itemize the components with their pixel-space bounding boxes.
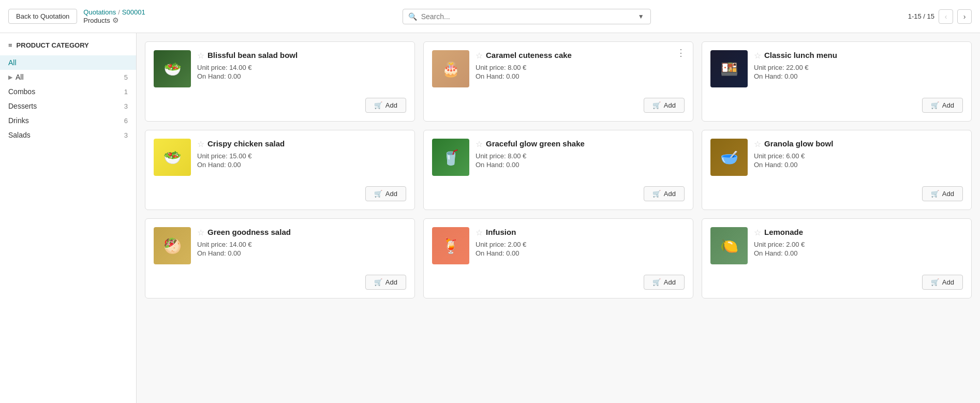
product-card-footer: 🛒 Add (154, 186, 406, 201)
product-image: 🥤 (432, 139, 469, 176)
breadcrumb-order[interactable]: S00001 (122, 8, 145, 16)
product-image: 🥗 (154, 50, 191, 87)
product-name-row: ☆ Infusion (476, 227, 685, 237)
back-to-quotation-button[interactable]: Back to Quotation (8, 9, 77, 24)
sidebar-item-all-active[interactable]: All (0, 55, 136, 70)
sidebar-item-salads[interactable]: Salads 3 (0, 128, 136, 142)
product-info: ☆ Crispy chicken salad Unit price: 15.00… (197, 139, 406, 169)
product-card-8: 🍹 ☆ Infusion Unit price: 2.00 € On Hand:… (423, 218, 693, 298)
favorite-star-icon[interactable]: ☆ (754, 228, 761, 237)
product-stock: On Hand: 0.00 (197, 249, 406, 257)
search-icon: 🔍 (408, 12, 417, 21)
add-to-cart-button[interactable]: 🛒 Add (644, 186, 685, 201)
product-card-top: 🎂 ☆ Caramel cuteness cake Unit price: 8.… (432, 50, 685, 87)
product-name-row: ☆ Granola glow bowl (754, 139, 963, 149)
add-label: Add (942, 278, 954, 286)
product-card-6: 🥣 ☆ Granola glow bowl Unit price: 6.00 €… (702, 130, 972, 210)
add-to-cart-button[interactable]: 🛒 Add (365, 98, 406, 113)
add-to-cart-button[interactable]: 🛒 Add (644, 98, 685, 113)
cart-icon: 🛒 (374, 278, 382, 286)
product-card-7: 🥙 ☆ Green goodness salad Unit price: 14.… (145, 218, 415, 298)
add-label: Add (664, 190, 676, 198)
product-card-top: 🍹 ☆ Infusion Unit price: 2.00 € On Hand:… (432, 227, 685, 264)
sidebar-item-combos[interactable]: Combos 1 (0, 84, 136, 99)
product-name: Infusion (486, 227, 516, 237)
product-card-5: 🥤 ☆ Graceful glow green shake Unit price… (423, 130, 693, 210)
product-info: ☆ Lemonade Unit price: 2.00 € On Hand: 0… (754, 227, 963, 257)
sidebar-item-drinks[interactable]: Drinks 6 (0, 113, 136, 128)
product-stock: On Hand: 0.00 (754, 249, 963, 257)
favorite-star-icon[interactable]: ☆ (754, 51, 761, 61)
cart-icon: 🛒 (374, 101, 382, 109)
product-stock: On Hand: 0.00 (754, 161, 963, 169)
product-stock: On Hand: 0.00 (754, 72, 963, 80)
grid-icon: ≡ (8, 41, 12, 49)
breadcrumb: Quotations / S00001 Products ⚙ (83, 8, 145, 24)
product-info: ☆ Granola glow bowl Unit price: 6.00 € O… (754, 139, 963, 169)
product-card-footer: 🛒 Add (432, 186, 685, 201)
search-dropdown-button[interactable]: ▼ (637, 13, 645, 20)
product-card-top: 🥗 ☆ Blissful bean salad bowl Unit price:… (154, 50, 406, 87)
add-to-cart-button[interactable]: 🛒 Add (365, 186, 406, 201)
product-card-top: 🥙 ☆ Green goodness salad Unit price: 14.… (154, 227, 406, 264)
product-card-3: 🍱 ☆ Classic lunch menu Unit price: 22.00… (702, 41, 972, 122)
product-card-1: 🥗 ☆ Blissful bean salad bowl Unit price:… (145, 41, 415, 122)
pagination-prev-button[interactable]: ‹ (939, 9, 953, 24)
sidebar-item-all-sub[interactable]: ▶ All 5 (0, 70, 136, 84)
product-info: ☆ Infusion Unit price: 2.00 € On Hand: 0… (476, 227, 685, 257)
product-info: ☆ Caramel cuteness cake Unit price: 8.00… (476, 50, 685, 80)
chevron-right-icon: ▶ (8, 74, 12, 81)
add-label: Add (664, 101, 676, 109)
cart-icon: 🛒 (931, 190, 939, 198)
product-name-row: ☆ Lemonade (754, 227, 963, 237)
product-card-footer: 🛒 Add (710, 275, 963, 290)
favorite-star-icon[interactable]: ☆ (197, 139, 204, 149)
sidebar-item-desserts-count: 3 (124, 102, 128, 110)
add-to-cart-button[interactable]: 🛒 Add (922, 98, 963, 113)
cart-icon: 🛒 (931, 278, 939, 286)
add-to-cart-button[interactable]: 🛒 Add (644, 275, 685, 290)
add-to-cart-button[interactable]: 🛒 Add (365, 275, 406, 290)
favorite-star-icon[interactable]: ☆ (476, 51, 483, 61)
product-info: ☆ Graceful glow green shake Unit price: … (476, 139, 685, 169)
add-to-cart-button[interactable]: 🛒 Add (922, 186, 963, 201)
three-dot-menu-button[interactable]: ⋮ (673, 46, 689, 59)
sidebar-item-salads-label: Salads (8, 131, 31, 139)
cart-icon: 🛒 (652, 101, 661, 109)
add-to-cart-button[interactable]: 🛒 Add (922, 275, 963, 290)
product-stock: On Hand: 0.00 (476, 72, 685, 80)
breadcrumb-quotations-link[interactable]: Quotations (83, 8, 116, 16)
sidebar-item-desserts[interactable]: Desserts 3 (0, 99, 136, 113)
favorite-star-icon[interactable]: ☆ (754, 139, 761, 149)
favorite-star-icon[interactable]: ☆ (197, 51, 204, 61)
product-card-top: 🍋 ☆ Lemonade Unit price: 2.00 € On Hand:… (710, 227, 963, 264)
product-card-footer: 🛒 Add (432, 275, 685, 290)
product-name-row: ☆ Caramel cuteness cake (476, 50, 685, 61)
search-bar: 🔍 ▼ (403, 9, 651, 24)
breadcrumb-products-label: Products (83, 17, 110, 24)
products-area: 🥗 ☆ Blissful bean salad bowl Unit price:… (137, 33, 980, 403)
product-name: Blissful bean salad bowl (207, 50, 298, 61)
product-image: 🍱 (710, 50, 748, 87)
products-settings-icon[interactable]: ⚙ (112, 16, 119, 24)
product-image: 🍹 (432, 227, 469, 264)
product-name-row: ☆ Graceful glow green shake (476, 139, 685, 149)
cart-icon: 🛒 (652, 190, 661, 198)
search-input[interactable] (421, 12, 633, 21)
product-info: ☆ Blissful bean salad bowl Unit price: 1… (197, 50, 406, 80)
product-name: Classic lunch menu (764, 50, 837, 61)
product-name: Green goodness salad (207, 227, 291, 237)
cart-icon: 🛒 (652, 278, 661, 286)
product-price: Unit price: 8.00 € (476, 64, 685, 71)
product-card-4: 🥗 ☆ Crispy chicken salad Unit price: 15.… (145, 130, 415, 210)
product-info: ☆ Classic lunch menu Unit price: 22.00 €… (754, 50, 963, 80)
favorite-star-icon[interactable]: ☆ (476, 228, 483, 237)
product-image: 🥙 (154, 227, 191, 264)
add-label: Add (385, 190, 397, 198)
favorite-star-icon[interactable]: ☆ (197, 228, 204, 237)
pagination-label: 1-15 / 15 (908, 12, 934, 20)
pagination-next-button[interactable]: › (957, 9, 972, 24)
product-info: ☆ Green goodness salad Unit price: 14.00… (197, 227, 406, 257)
favorite-star-icon[interactable]: ☆ (476, 139, 483, 149)
product-card-top: 🥤 ☆ Graceful glow green shake Unit price… (432, 139, 685, 176)
